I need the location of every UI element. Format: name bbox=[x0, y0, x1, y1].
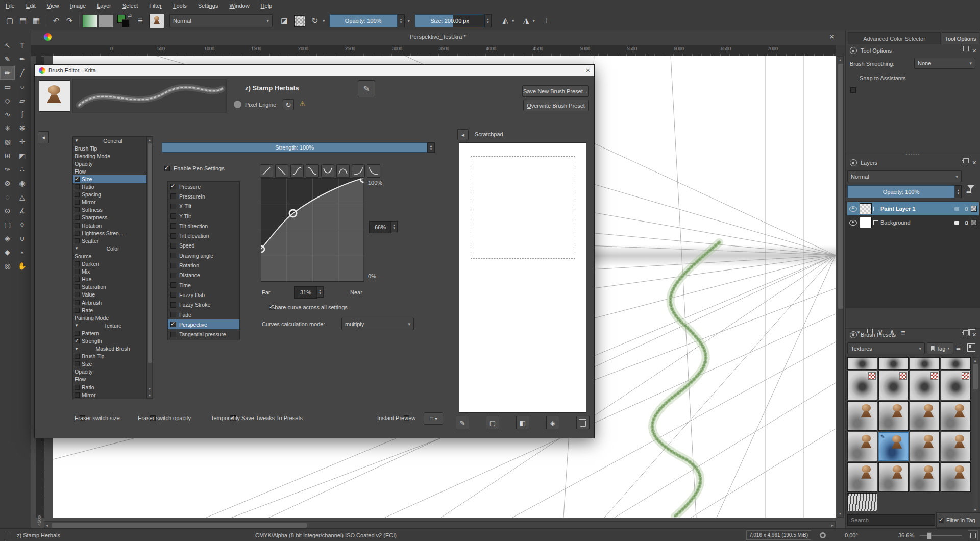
layers-header[interactable]: Layers × bbox=[846, 157, 980, 169]
chevron-down-icon[interactable]: ▾ bbox=[512, 18, 514, 23]
brush-option-row[interactable]: Mirror bbox=[73, 199, 153, 206]
option-checkbox[interactable] bbox=[75, 177, 80, 182]
sensor-row[interactable]: Tilt elevation bbox=[168, 231, 239, 240]
option-checkbox[interactable] bbox=[75, 277, 80, 282]
layer-blend-mode-select[interactable]: Normal ▾ bbox=[847, 170, 962, 182]
brush-size-slider[interactable]: Size: 200.00 px bbox=[415, 14, 484, 27]
close-icon[interactable]: × bbox=[586, 66, 590, 75]
brush-preset-cell[interactable] bbox=[847, 401, 877, 431]
curve-preset-j[interactable] bbox=[352, 164, 365, 178]
text-tool[interactable]: T bbox=[15, 38, 30, 52]
sensor-checkbox[interactable] bbox=[170, 243, 176, 249]
brush-option-row[interactable]: Opacity bbox=[73, 160, 153, 167]
polygon-tool[interactable]: ◇ bbox=[0, 93, 15, 107]
presets-scrollbar[interactable]: ▴ ▾ bbox=[972, 357, 978, 513]
measure-tool[interactable]: ∡ bbox=[15, 204, 30, 217]
magnetic-select-tool[interactable]: ⋆ bbox=[15, 245, 30, 259]
fg-bg-colors[interactable]: ⇄ bbox=[116, 14, 132, 28]
float-dock-icon[interactable] bbox=[962, 48, 967, 53]
fill-tool[interactable]: ◉ bbox=[15, 176, 30, 190]
preset-tag-select[interactable]: Textures ▾ bbox=[847, 342, 925, 354]
brush-preset-cell[interactable] bbox=[878, 462, 909, 492]
brush-preset-cell[interactable] bbox=[910, 401, 940, 431]
zoom-tool[interactable]: ◎ bbox=[0, 259, 15, 273]
brush-option-row[interactable]: Hue bbox=[73, 276, 153, 283]
overwrite-preset-button[interactable]: Overwrite Brush Preset bbox=[523, 100, 589, 111]
brush-preset-cell[interactable] bbox=[910, 432, 940, 461]
dialog-title-bar[interactable]: Brush Editor - Krita × bbox=[35, 65, 594, 76]
brush-option-row[interactable]: Size bbox=[73, 360, 153, 368]
option-checkbox[interactable] bbox=[75, 223, 80, 228]
reference-images-tool[interactable]: ⊙ bbox=[0, 204, 15, 217]
curve-preset-l[interactable] bbox=[367, 164, 380, 178]
option-checkbox[interactable] bbox=[75, 284, 80, 289]
dock-drag-handle[interactable]: •••••• bbox=[846, 152, 980, 157]
multibrush-tool[interactable]: ❋ bbox=[15, 121, 30, 135]
option-checkbox[interactable] bbox=[75, 184, 80, 189]
layer-lock-icon[interactable] bbox=[954, 207, 959, 211]
scratchpad-fill-background-button[interactable]: ◈ bbox=[546, 416, 559, 429]
brush-option-row[interactable]: Airbrush bbox=[73, 299, 153, 306]
sensor-checkbox[interactable] bbox=[170, 302, 176, 308]
move-tool[interactable]: ✛ bbox=[15, 135, 30, 149]
freehand-path-tool[interactable]: ʃ bbox=[15, 107, 30, 121]
sensor-checkbox[interactable] bbox=[170, 282, 176, 288]
brush-option-row[interactable]: Value bbox=[73, 291, 153, 299]
brush-option-row[interactable]: Darken bbox=[73, 260, 153, 268]
open-document-icon[interactable]: ▤ bbox=[16, 14, 30, 28]
brush-option-row[interactable]: Rotation bbox=[73, 222, 153, 229]
sensor-checkbox[interactable] bbox=[170, 253, 176, 258]
sensor-row[interactable]: Tangential pressure bbox=[168, 329, 239, 339]
chevron-down-icon[interactable]: ▾ bbox=[408, 18, 410, 23]
sensor-row[interactable]: Fade bbox=[168, 310, 239, 319]
brush-preset-cell[interactable] bbox=[941, 357, 971, 370]
sensor-row[interactable]: Pressure bbox=[168, 182, 239, 191]
dialog-menu-button[interactable]: ≡ ▾ bbox=[424, 412, 443, 425]
brush-option-row[interactable]: Ratio bbox=[73, 183, 153, 191]
brush-option-row[interactable]: Mirror bbox=[73, 391, 153, 399]
opacity-slider[interactable]: Opacity: 100% bbox=[329, 14, 398, 27]
menu-item-window[interactable]: Window bbox=[224, 0, 255, 11]
menu-item-image[interactable]: Image bbox=[65, 0, 92, 11]
vertical-scrollbar[interactable]: ▴ ▾ bbox=[837, 56, 844, 518]
sensor-row[interactable]: Drawing angle bbox=[168, 251, 239, 260]
option-checkbox[interactable] bbox=[75, 231, 80, 236]
close-dock-icon[interactable]: × bbox=[972, 46, 976, 55]
brush-option-row[interactable]: Saturation bbox=[73, 283, 153, 291]
freehand-brush-tool[interactable]: ✏ bbox=[0, 66, 15, 80]
layer-opacity-spinner[interactable]: ▴▾ bbox=[955, 185, 962, 198]
rectangle-tool[interactable]: ▭ bbox=[0, 80, 15, 93]
engine-dirty-indicator[interactable] bbox=[234, 101, 241, 108]
brush-preset-cell[interactable] bbox=[910, 357, 940, 370]
layer-row[interactable]: Backgroundα bbox=[847, 216, 979, 229]
layer-alpha-icon[interactable]: α bbox=[965, 205, 968, 212]
brush-settings-icon[interactable]: ≡ bbox=[134, 14, 147, 28]
sensor-checkbox[interactable] bbox=[170, 204, 176, 209]
menu-item-file[interactable]: File bbox=[0, 0, 20, 11]
close-dock-icon[interactable]: × bbox=[972, 331, 976, 339]
brush-option-row[interactable]: Flow bbox=[73, 167, 153, 175]
brush-option-row[interactable]: Opacity bbox=[73, 368, 153, 376]
layer-options-icon[interactable]: ≡ bbox=[966, 187, 971, 195]
brush-option-row[interactable]: Source bbox=[73, 252, 153, 260]
brush-option-row[interactable]: Scatter bbox=[73, 237, 153, 244]
freehand-select-tool[interactable]: ∪ bbox=[15, 231, 30, 245]
brush-smoothing-select[interactable]: None ▾ bbox=[914, 58, 975, 69]
zoom-slider[interactable] bbox=[920, 535, 962, 536]
option-checkbox[interactable] bbox=[75, 308, 80, 313]
zoom-options-button[interactable] bbox=[968, 530, 978, 540]
brush-option-row[interactable]: Painting Mode bbox=[73, 314, 153, 322]
layer-visibility-icon[interactable] bbox=[849, 220, 857, 226]
menu-item-settings[interactable]: Settings bbox=[192, 0, 224, 11]
sensor-checkbox[interactable] bbox=[170, 322, 176, 327]
brush-presets-header[interactable]: Brush Presets × bbox=[846, 329, 980, 341]
menu-item-filter[interactable]: Filter bbox=[143, 0, 167, 11]
sensor-checkbox[interactable] bbox=[170, 233, 176, 239]
menu-item-view[interactable]: View bbox=[41, 0, 65, 11]
mirror-horizontal-icon[interactable]: ◭ bbox=[499, 14, 512, 28]
brush-option-row[interactable]: Sharpness bbox=[73, 214, 153, 222]
pattern-edit-tool[interactable]: ∴ bbox=[15, 162, 30, 176]
option-checkbox[interactable] bbox=[75, 292, 80, 297]
sensor-checkbox[interactable] bbox=[170, 263, 176, 268]
sensor-row[interactable]: Y-Tilt bbox=[168, 211, 239, 221]
